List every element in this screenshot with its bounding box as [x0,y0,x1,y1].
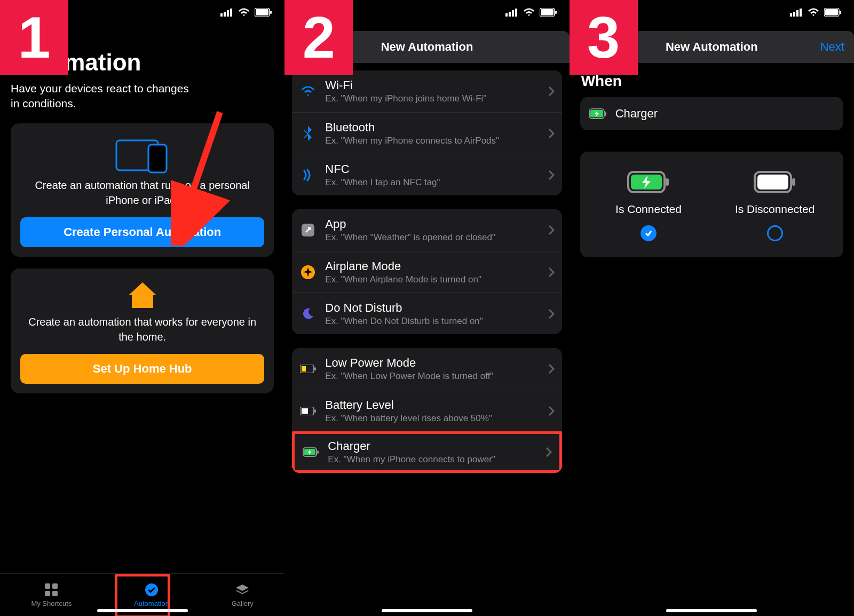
home-blurb: Create an automation that works for ever… [20,314,264,344]
chevron-right-icon [548,364,555,374]
row-nfc[interactable]: NFCEx. "When I tap an NFC tag" [292,154,562,195]
cellular-icon [505,8,518,17]
battery-icon [824,8,841,17]
row-title: NFC [325,162,548,176]
tab-label: My Shortcuts [31,599,72,607]
svg-rect-20 [541,9,553,15]
row-title: Bluetooth [325,121,548,135]
radio-checked [640,225,657,241]
svg-rect-45 [666,178,669,186]
moon-icon [299,307,317,320]
wifi-icon [523,7,535,17]
options-card: Is Connected Is Disconnected [580,152,843,257]
screen-1: 1 Automation Have your devices react to … [0,0,284,616]
sheet-title: New Automation [666,40,758,54]
screen-3: 3 New Automation Next When Charger Is Co… [570,0,854,616]
row-subtitle: Ex. "When my iPhone connects to AirPods" [325,136,548,146]
airplane-icon [299,265,317,279]
row-title: Airplane Mode [325,259,548,273]
wifi-icon [299,85,317,97]
row-title: Battery Level [325,398,548,412]
battery-icon [255,8,272,17]
svg-rect-29 [314,409,316,413]
chevron-right-icon [548,170,555,180]
svg-rect-17 [512,10,514,17]
svg-rect-2 [227,10,229,17]
low-power-icon [299,365,317,373]
charging-icon [302,447,319,457]
app-icon [299,223,317,237]
wifi-icon [807,7,820,17]
row-charger[interactable]: ChargerEx. "When my iPhone connects to p… [292,431,562,473]
svg-rect-34 [793,12,795,17]
svg-rect-15 [505,13,508,17]
svg-rect-35 [796,10,798,17]
wifi-icon [238,7,250,17]
row-subtitle: Ex. "When Airplane Mode is turned on" [325,274,548,285]
grid-icon [44,582,59,597]
trigger-group-power: Low Power ModeEx. "When Low Power Mode i… [292,348,562,473]
chevron-right-icon [548,406,555,416]
battery-full-white-icon [754,171,796,193]
sheet-title: New Automation [381,40,473,54]
row-airplane-mode[interactable]: Airplane ModeEx. "When Airplane Mode is … [292,251,562,293]
step-badge-2: 2 [284,0,353,75]
row-do-not-disturb[interactable]: Do Not DisturbEx. "When Do Not Disturb i… [292,293,562,334]
step-badge-3: 3 [570,0,638,75]
svg-rect-12 [45,591,50,596]
tab-gallery[interactable]: Gallery [232,582,254,607]
home-indicator[interactable] [666,609,757,612]
svg-rect-39 [840,11,841,14]
set-up-home-hub-button[interactable]: Set Up Home Hub [20,354,264,384]
when-label: When [581,73,843,90]
row-title: Low Power Mode [325,356,548,370]
svg-rect-5 [256,9,268,15]
option-is-disconnected[interactable]: Is Disconnected [711,171,838,241]
svg-rect-16 [509,12,511,17]
home-icon [20,280,264,310]
nfc-icon [299,169,317,181]
svg-rect-48 [792,178,795,186]
svg-rect-42 [605,112,606,116]
svg-rect-3 [230,9,232,17]
stack-icon [235,582,250,597]
tab-my-shortcuts[interactable]: My Shortcuts [31,582,72,607]
chevron-right-icon [548,309,555,319]
bluetooth-icon [299,126,317,141]
row-title: Wi-Fi [325,78,548,92]
row-app[interactable]: AppEx. "When "Weather" is opened or clos… [292,209,562,251]
trigger-group-modes: AppEx. "When "Weather" is opened or clos… [292,209,562,334]
selected-trigger-row[interactable]: Charger [580,97,843,130]
next-button[interactable]: Next [820,40,844,54]
svg-rect-21 [555,11,557,14]
svg-rect-47 [757,175,788,189]
radio-unchecked [767,225,783,241]
svg-rect-10 [45,583,50,589]
svg-rect-6 [270,11,272,14]
svg-rect-8 [148,145,167,172]
svg-rect-28 [302,408,308,414]
option-label: Is Disconnected [735,203,815,216]
row-subtitle: Ex. "When "Weather" is opened or closed" [325,232,548,243]
home-automation-card: Create an automation that works for ever… [11,268,274,393]
option-is-connected[interactable]: Is Connected [586,171,712,241]
chevron-right-icon [548,86,555,97]
row-title: Do Not Disturb [325,301,548,315]
page-subtitle: Have your devices react to changes in co… [11,81,192,112]
svg-line-9 [181,112,220,224]
option-label: Is Connected [615,203,682,216]
battery-charging-green-icon [627,171,670,193]
svg-rect-38 [825,9,838,15]
trigger-title: Charger [615,107,658,121]
home-indicator[interactable] [382,609,472,612]
trigger-group-connectivity: Wi-FiEx. "When my iPhone joins home Wi-F… [292,70,562,195]
row-subtitle: Ex. "When Do Not Disturb is turned on" [325,316,548,327]
row-bluetooth[interactable]: BluetoothEx. "When my iPhone connects to… [292,112,562,154]
home-indicator[interactable] [97,609,188,612]
row-wifi[interactable]: Wi-FiEx. "When my iPhone joins home Wi-F… [292,70,562,112]
cellular-icon [220,8,233,17]
row-low-power-mode[interactable]: Low Power ModeEx. "When Low Power Mode i… [292,348,562,390]
svg-rect-36 [800,9,802,17]
row-battery-level[interactable]: Battery LevelEx. "When battery level ris… [292,390,562,431]
status-bar [790,7,841,17]
